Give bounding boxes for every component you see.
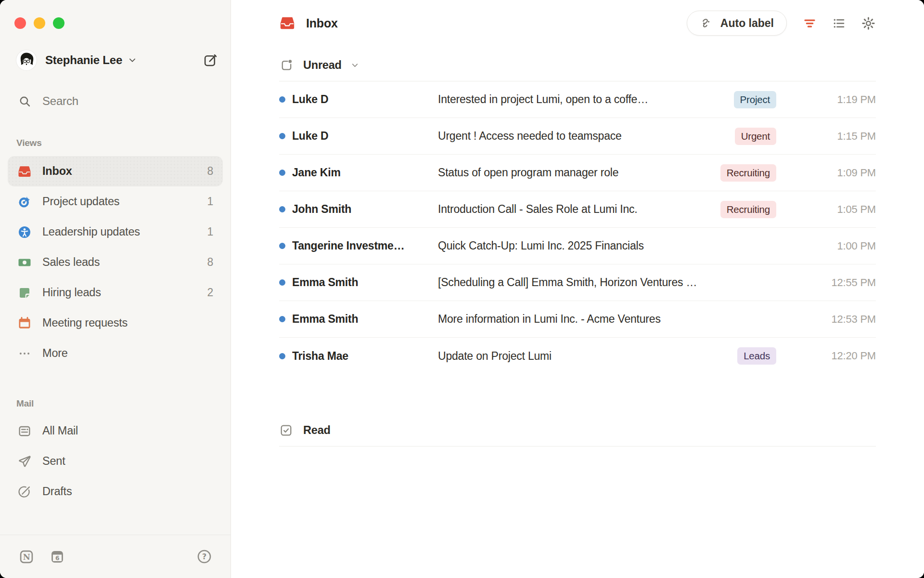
email-subject: Update on Project Lumi [438,350,737,363]
email-row[interactable]: Emma Smith [Scheduling a Call] Emma Smit… [279,264,876,301]
group-label-unread: Unread [303,59,342,72]
sidebar-item-hiring-leads[interactable]: Hiring leads 2 [8,277,223,308]
unread-dot-icon [279,170,285,176]
sidebar-item-label: Drafts [42,485,72,498]
all-mail-icon [17,424,32,438]
email-label-badge: Recruiting [720,164,776,182]
search-button[interactable]: Search [18,94,218,108]
drafts-icon [17,485,32,499]
email-time: 12:20 PM [822,350,876,362]
chevron-down-icon [350,60,360,70]
window-minimize-button[interactable] [34,17,45,29]
sidebar-item-count: 8 [207,165,213,178]
email-row[interactable]: Trisha Mae Update on Project Lumi Leads … [279,338,876,374]
sidebar-item-more[interactable]: More [8,338,223,368]
auto-label-button[interactable]: Auto label [687,11,787,36]
email-sender: Luke D [292,93,438,106]
email-sender: Jane Kim [292,166,438,179]
unread-dot-icon [279,96,285,103]
target-icon [17,195,32,209]
email-label-badge: Leads [737,347,776,365]
sidebar-item-leadership-updates[interactable]: Leadership updates 1 [8,217,223,247]
email-row[interactable]: Luke D Interested in project Lumi, open … [279,81,876,118]
sidebar-item-label: Project updates [42,195,119,208]
sidebar-item-all-mail[interactable]: All Mail [8,416,223,446]
sidebar-item-count: 2 [207,286,213,299]
sidebar: Stephanie Lee Search Views Inbox 8 Proje… [0,0,231,578]
main-header: Inbox Auto label [231,0,924,46]
group-header-unread[interactable]: Unread [231,52,924,78]
email-row[interactable]: John Smith Introduction Call - Sales Rol… [279,191,876,228]
unread-dot-cell [279,206,292,212]
more-icon [17,346,32,361]
sidebar-item-project-updates[interactable]: Project updates 1 [8,186,223,217]
banknote-icon [17,255,32,270]
compose-button[interactable] [203,53,218,68]
list-view-icon[interactable] [832,16,847,31]
inbox-icon [279,15,295,31]
account-switcher[interactable]: Stephanie Lee [16,50,218,70]
sidebar-item-drafts[interactable]: Drafts [8,476,223,507]
unread-dot-icon [279,316,285,322]
sidebar-item-label: All Mail [42,424,78,437]
note-icon [17,286,32,300]
email-time: 1:15 PM [822,130,876,143]
inbox-icon [17,164,32,179]
svg-text:?: ? [202,552,206,561]
unread-dot-icon [279,243,285,249]
email-sender: Emma Smith [292,276,438,289]
help-icon[interactable]: ? [196,549,212,565]
sidebar-item-count: 1 [207,225,213,238]
email-row[interactable]: Jane Kim Status of open program manager … [279,155,876,191]
sidebar-item-count: 1 [207,195,213,208]
email-time: 12:55 PM [822,276,876,289]
email-subject: Interested in project Lumi, open to a co… [438,93,734,106]
chevron-down-icon [127,55,138,66]
group-header-read[interactable]: Read [231,417,924,443]
unread-dot-icon [279,206,285,212]
email-sender: Tangerine Investme… [292,239,438,252]
email-subject: Status of open program manager role [438,166,720,179]
email-list[interactable]: Luke D Interested in project Lumi, open … [279,81,876,374]
email-row[interactable]: Tangerine Investme… Quick Catch-Up: Lumi… [279,228,876,264]
sidebar-footer: N 6 ? [0,535,231,578]
page-title: Inbox [306,16,338,30]
sidebar-item-label: Inbox [42,165,72,178]
sidebar-item-label: Sales leads [42,256,100,269]
views-list: Inbox 8 Project updates 1 Leadership upd… [0,156,231,368]
filter-icon[interactable] [802,16,817,31]
app-window: Stephanie Lee Search Views Inbox 8 Proje… [0,0,924,578]
settings-gear-icon[interactable] [861,16,876,31]
window-controls [0,0,231,29]
window-close-button[interactable] [14,17,26,29]
email-label-badge: Urgent [735,128,776,145]
email-sender: Trisha Mae [292,350,438,363]
sidebar-item-inbox[interactable]: Inbox 8 [8,156,223,186]
svg-text:6: 6 [55,554,59,561]
email-label-badge: Recruiting [720,201,776,218]
email-time: 1:05 PM [822,203,876,216]
avatar-icon [16,50,37,70]
sidebar-item-sent[interactable]: Sent [8,446,223,476]
email-subject: Introduction Call - Sales Role at Lumi I… [438,203,720,216]
unread-dot-cell [279,96,292,103]
window-zoom-button[interactable] [53,17,64,29]
search-label: Search [42,94,78,108]
calendar-icon [17,316,32,330]
notion-logo-icon[interactable]: N [18,549,35,565]
views-section-label: Views [16,138,231,148]
email-time: 1:00 PM [822,240,876,252]
email-row[interactable]: Emma Smith More information in Lumi Inc.… [279,301,876,338]
email-time: 1:09 PM [822,167,876,179]
email-row[interactable]: Luke D Urgent ! Access needed to teamspa… [279,118,876,155]
sidebar-item-label: More [42,347,68,360]
sidebar-item-sales-leads[interactable]: Sales leads 8 [8,247,223,277]
email-subject: More information in Lumi Inc. - Acme Ven… [438,313,822,326]
email-sender: John Smith [292,203,438,216]
svg-text:N: N [23,552,30,562]
sidebar-item-meeting-requests[interactable]: Meeting requests [8,308,223,338]
unread-dot-cell [279,243,292,249]
calendar-app-icon[interactable]: 6 [49,549,65,565]
email-time: 12:53 PM [822,313,876,326]
email-sender: Emma Smith [292,313,438,326]
